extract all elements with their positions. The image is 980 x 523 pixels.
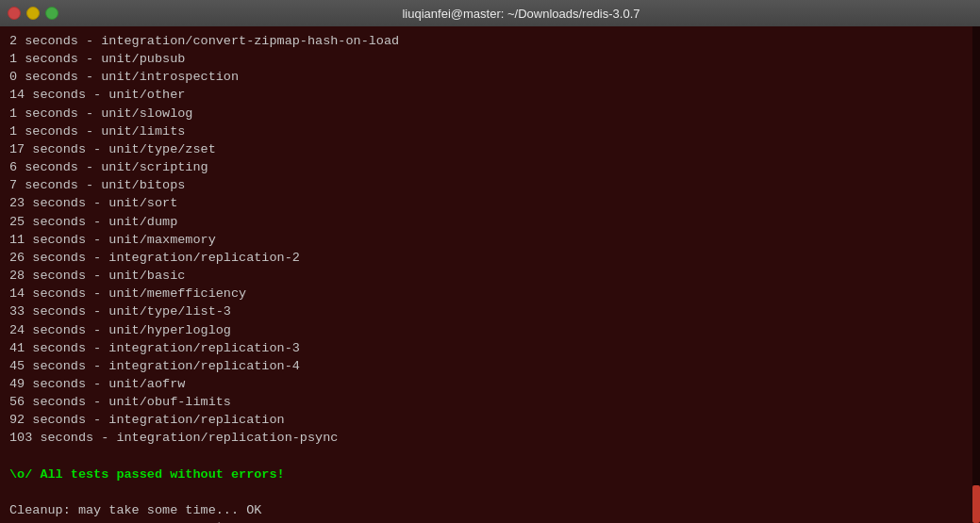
titlebar: liuqianfei@master: ~/Downloads/redis-3.0… [0,0,980,26]
window-title: liuqianfei@master: ~/Downloads/redis-3.0… [70,7,972,21]
terminal-window: liuqianfei@master: ~/Downloads/redis-3.0… [0,0,980,523]
maximize-button[interactable] [45,7,58,20]
terminal-body[interactable]: 2 seconds - integration/convert-zipmap-h… [0,26,980,523]
scrollbar-thumb[interactable] [972,485,980,523]
traffic-lights [8,7,58,20]
minimize-button[interactable] [26,7,40,20]
scrollbar[interactable] [972,26,980,523]
close-button[interactable] [8,7,21,20]
terminal-output: 2 seconds - integration/convert-zipmap-h… [9,32,971,523]
